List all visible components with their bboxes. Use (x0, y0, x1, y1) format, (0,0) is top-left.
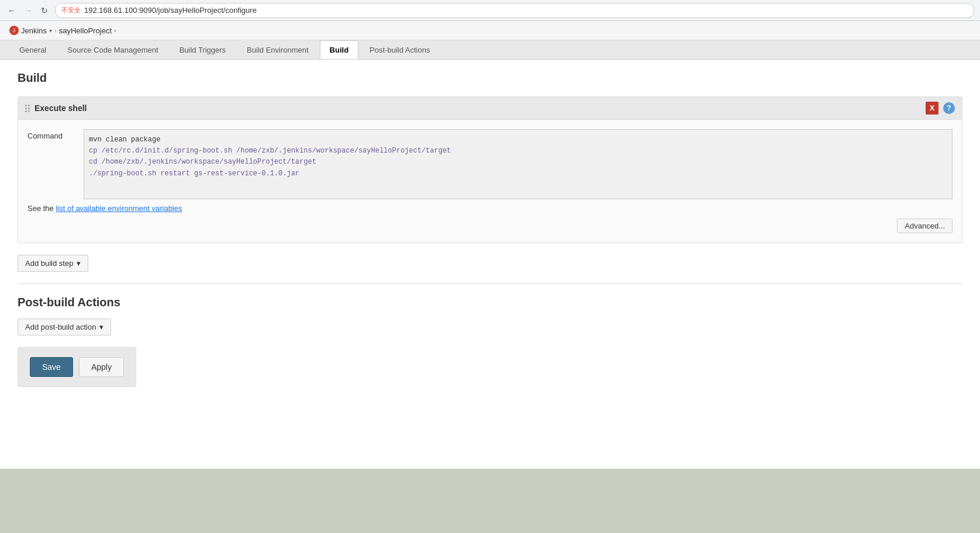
build-section-title: Build (18, 71, 962, 85)
section-divider (18, 283, 962, 284)
security-icon: 不安全 (61, 6, 81, 15)
main-wrapper: General Source Code Management Build Tri… (0, 40, 980, 531)
add-build-step-label: Add build step (25, 259, 73, 268)
add-post-build-label: Add post-build action (25, 323, 96, 331)
breadcrumb-jenkins-label: Jenkins (21, 26, 47, 35)
command-display[interactable]: mvn clean package cp /etc/rc.d/init.d/sp… (84, 129, 953, 199)
tab-scm[interactable]: Source Code Management (57, 40, 168, 59)
back-button[interactable]: ← (6, 5, 18, 16)
address-text: 192.168.61.100:9090/job/sayHelloProject/… (84, 6, 257, 15)
breadcrumb-sep-1: › (54, 27, 57, 34)
env-vars-text: See the list of available environment va… (27, 204, 953, 213)
project-dropdown-icon: › (114, 27, 116, 34)
execute-shell-header: Execute shell X ? (18, 97, 962, 120)
tabs-bar: General Source Code Management Build Tri… (0, 40, 980, 60)
env-vars-prefix: See the (27, 204, 56, 213)
reload-button[interactable]: ↻ (39, 5, 50, 16)
execute-shell-title: Execute shell (34, 103, 921, 113)
form-footer: Save Apply (18, 347, 136, 387)
command-textarea-wrapper: mvn clean package cp /etc/rc.d/init.d/sp… (84, 129, 953, 199)
browser-bar: ← → ↻ 不安全 192.168.61.100:9090/job/sayHel… (0, 0, 980, 21)
jenkins-dropdown-icon: ▾ (49, 27, 52, 34)
breadcrumb-project-link[interactable]: sayHelloProject › (59, 26, 116, 35)
close-step-button[interactable]: X (926, 102, 938, 115)
command-label: Command (27, 129, 74, 140)
jenkins-logo-icon: J (9, 26, 19, 35)
apply-button[interactable]: Apply (79, 357, 124, 377)
content-area: General Source Code Management Build Tri… (0, 40, 980, 531)
advanced-button[interactable]: Advanced... (897, 219, 953, 233)
address-bar[interactable]: 不安全 192.168.61.100:9090/job/sayHelloProj… (55, 3, 974, 18)
tab-build[interactable]: Build (320, 40, 359, 59)
advanced-btn-row: Advanced... (27, 219, 953, 233)
page-content: Build Execute shell (0, 60, 980, 469)
tab-triggers[interactable]: Build Triggers (170, 40, 236, 59)
add-post-build-button[interactable]: Add post-build action ▾ (18, 319, 111, 335)
tab-general[interactable]: General (9, 40, 56, 59)
breadcrumb: J Jenkins ▾ › sayHelloProject › (0, 21, 980, 40)
add-build-step-dropdown-icon: ▾ (77, 259, 81, 268)
env-vars-link[interactable]: list of available environment variables (56, 204, 182, 213)
help-button[interactable]: ? (943, 102, 955, 114)
add-build-step-button[interactable]: Add build step ▾ (18, 255, 88, 272)
breadcrumb-jenkins-link[interactable]: J Jenkins ▾ (9, 26, 52, 35)
execute-shell-box: Execute shell X ? Command mvn clean pack… (18, 96, 962, 243)
breadcrumb-project-label: sayHelloProject (59, 26, 112, 35)
save-button[interactable]: Save (30, 357, 73, 377)
post-build-section-title: Post-build Actions (18, 296, 962, 309)
forward-button[interactable]: → (22, 5, 34, 16)
tab-environment[interactable]: Build Environment (237, 40, 319, 59)
tab-post-build[interactable]: Post-build Actions (360, 40, 440, 59)
execute-shell-body: Command mvn clean package cp /etc/rc.d/i… (18, 120, 962, 243)
drag-handle[interactable] (25, 105, 30, 112)
add-post-build-dropdown-icon: ▾ (99, 323, 103, 331)
command-form-row: Command mvn clean package cp /etc/rc.d/i… (27, 129, 953, 199)
